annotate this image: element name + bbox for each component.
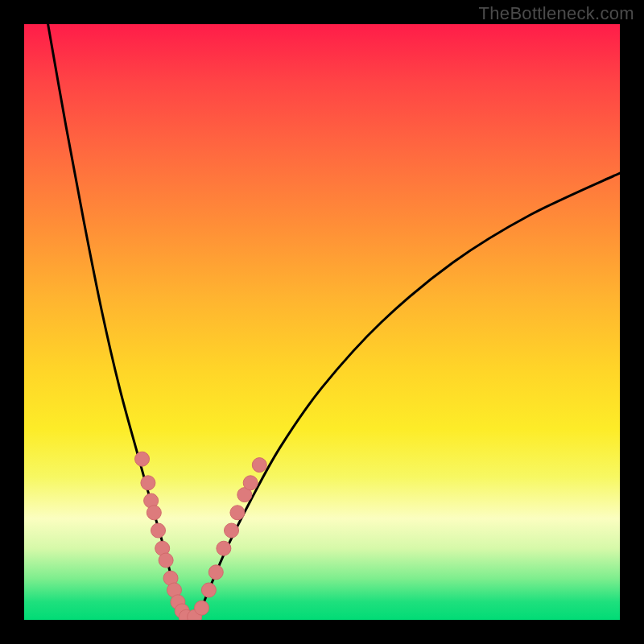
data-marker bbox=[208, 565, 223, 580]
data-marker bbox=[151, 523, 166, 538]
data-marker bbox=[135, 452, 150, 466]
marker-layer bbox=[24, 24, 620, 620]
data-marker bbox=[252, 458, 266, 473]
data-marker bbox=[201, 583, 216, 597]
data-marker bbox=[243, 476, 258, 490]
data-marker bbox=[159, 553, 173, 568]
data-marker bbox=[195, 601, 209, 615]
data-marker bbox=[147, 506, 161, 520]
chart-frame: TheBottleneck.com bbox=[0, 0, 644, 644]
data-marker bbox=[225, 523, 239, 538]
data-marker bbox=[141, 476, 155, 490]
watermark-text: TheBottleneck.com bbox=[479, 3, 634, 24]
data-marker bbox=[230, 506, 245, 520]
plot-area bbox=[24, 24, 620, 620]
data-marker bbox=[217, 541, 231, 555]
